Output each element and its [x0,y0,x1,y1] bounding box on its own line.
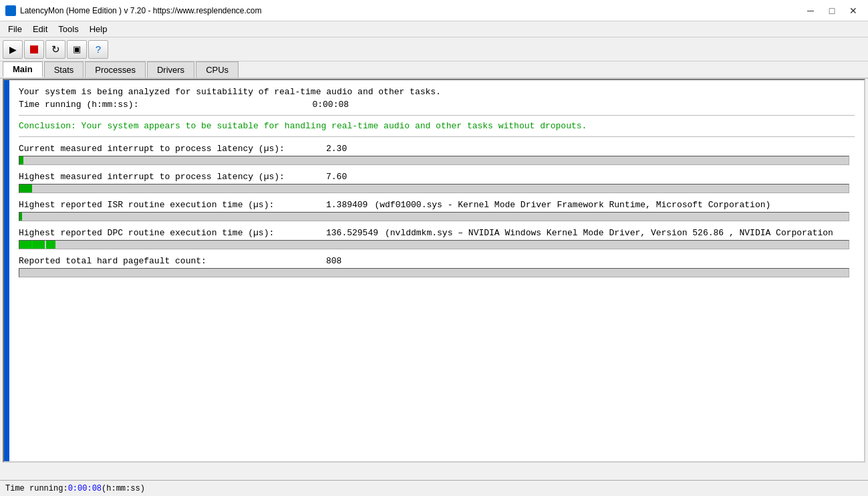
tab-cpus-label: CPUs [206,65,229,75]
close-button[interactable]: ✕ [844,3,863,18]
stop-icon [30,45,38,53]
tab-processes-label: Processes [95,65,136,75]
metric-pagefault: Reported total hard pagefault count: 808 [19,256,855,277]
tabs-bar: Main Stats Processes Drivers CPUs [0,61,868,79]
conclusion-text: Conclusion: Your system appears to be su… [19,121,855,131]
metric-highest-latency-bar [19,184,849,193]
play-icon: ▶ [9,44,17,55]
metric-pagefault-value: 808 [326,256,341,266]
time-running-row: Time running (h:mm:ss): 0:00:08 [19,100,855,110]
tab-main-label: Main [13,64,33,74]
menu-file[interactable]: File [3,23,27,35]
menu-help[interactable]: Help [84,23,113,35]
status-time-format: (h:mm:ss) [102,484,145,493]
maximize-button[interactable]: □ [823,3,841,18]
help-button[interactable]: ? [88,40,108,59]
tab-main[interactable]: Main [3,61,43,78]
metric-highest-latency-fill [19,184,32,193]
metric-dpc-detail: (nvlddmkm.sys – NVIDIA Windows Kernel Mo… [385,228,833,238]
status-time-value: 0:00:08 [68,484,102,493]
tab-cpus[interactable]: CPUs [196,61,239,78]
tab-stats-label: Stats [54,65,74,75]
metric-isr-label: Highest reported ISR routine execution t… [19,200,326,210]
metric-current-latency-bar [19,156,849,165]
status-bar: Time running: 0:00:08 (h:mm:ss) [0,480,868,496]
view-icon: ▣ [73,44,81,54]
window-controls: ─ □ ✕ [801,3,863,18]
metric-dpc-value: 136.529549 [326,228,378,238]
title-text: LatencyMon (Home Edition ) v 7.20 - http… [20,6,262,15]
menu-bar: File Edit Tools Help [0,21,868,37]
metric-pagefault-bar [19,268,849,277]
title-bar: LatencyMon (Home Edition ) v 7.20 - http… [0,0,868,21]
divider-2 [19,136,855,137]
menu-edit[interactable]: Edit [27,23,53,35]
metric-current-latency-fill [19,156,23,164]
time-running-value: 0:00:08 [312,100,376,110]
left-indicator [4,80,9,461]
main-content-area: Your system is being analyzed for suitab… [3,79,865,463]
metric-isr-value: 1.389409 [326,200,368,210]
metric-dpc-bar [19,240,849,249]
tab-stats[interactable]: Stats [44,61,84,78]
metric-highest-latency: Highest measured interrupt to process la… [19,172,855,193]
app-icon [5,5,16,16]
metric-dpc-label: Highest reported DPC routine execution t… [19,228,326,238]
tab-drivers[interactable]: Drivers [147,61,194,78]
metric-current-latency: Current measured interrupt to process la… [19,144,855,165]
metric-isr-fill [19,213,22,221]
minimize-button[interactable]: ─ [801,3,820,18]
metric-isr: Highest reported ISR routine execution t… [19,200,855,221]
analysis-status-text: Your system is being analyzed for suitab… [19,87,855,97]
metric-highest-latency-label: Highest measured interrupt to process la… [19,172,326,182]
refresh-button[interactable]: ↻ [45,40,65,59]
menu-tools[interactable]: Tools [53,23,84,35]
help-icon: ? [96,43,101,55]
metric-current-latency-value: 2.30 [326,144,347,154]
metric-dpc-fill [19,241,44,249]
toolbar: ▶ ↻ ▣ ? [0,37,868,61]
play-button[interactable]: ▶ [3,40,23,59]
metric-isr-detail: (wdf01000.sys - Kernel Mode Driver Frame… [374,200,770,210]
tab-drivers-label: Drivers [157,65,184,75]
tab-processes[interactable]: Processes [85,61,146,78]
metric-current-latency-label: Current measured interrupt to process la… [19,144,326,154]
view-button[interactable]: ▣ [67,40,87,59]
status-time-label: Time running: [5,484,68,493]
refresh-icon: ↻ [51,43,60,55]
metric-dpc: Highest reported DPC routine execution t… [19,228,855,249]
divider-1 [19,115,855,116]
stop-button[interactable] [24,40,44,59]
time-running-label: Time running (h:mm:ss): [19,100,138,110]
metric-isr-bar [19,212,849,221]
metric-pagefault-label: Reported total hard pagefault count: [19,256,326,266]
metric-highest-latency-value: 7.60 [326,172,347,182]
